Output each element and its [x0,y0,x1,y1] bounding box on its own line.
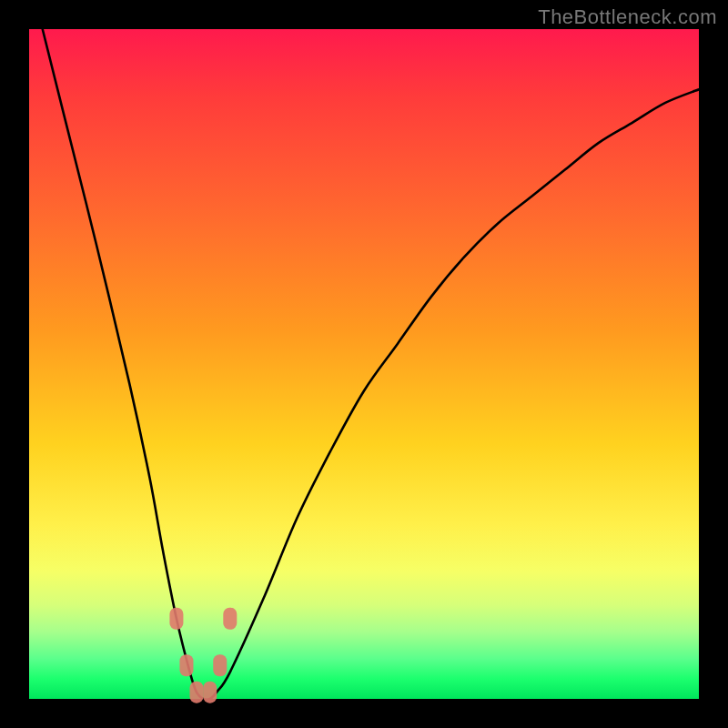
marker-left-shoulder-upper [169,608,183,630]
marker-left-shoulder-lower [179,654,193,676]
marker-trough-right [203,682,217,703]
plot-area [29,29,699,699]
chart-stage: TheBottleneck.com [0,0,728,728]
curve-markers [169,608,237,703]
curve-layer [29,29,699,699]
bottleneck-curve [43,29,699,700]
marker-right-shoulder-lower [213,654,227,676]
marker-right-shoulder-upper [223,608,237,630]
marker-trough-left [190,682,204,703]
watermark-text: TheBottleneck.com [538,5,717,29]
